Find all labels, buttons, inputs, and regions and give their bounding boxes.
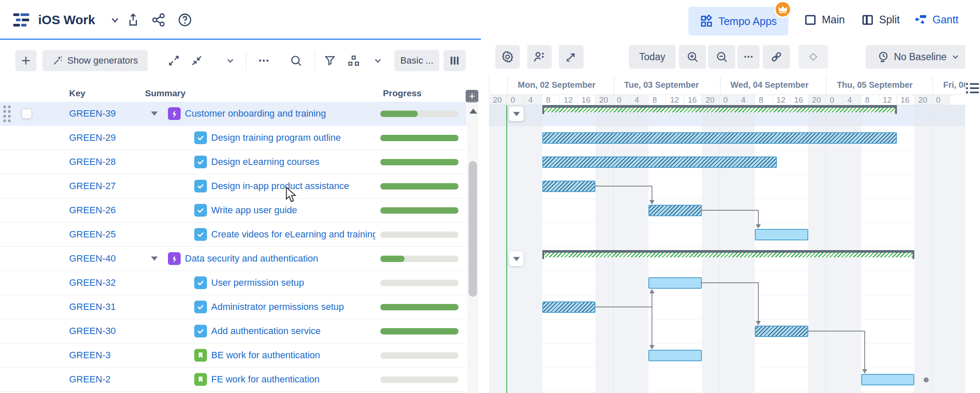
task-type-icon [194,319,207,343]
auto-schedule-button[interactable] [559,45,584,69]
table-row[interactable]: GREEN-31 Administrator permissions setup [0,295,466,319]
hour-header-cell: 0 [720,95,737,105]
table-row[interactable]: GREEN-27 Design in-app product assistanc… [0,174,466,198]
chevron-down-icon [373,56,383,66]
progress-bar [380,280,458,286]
row-key[interactable]: GREEN-31 [69,295,116,319]
structure-logo-icon [13,0,30,39]
view-selector-button[interactable]: Basic ... [394,50,439,71]
structure-title[interactable]: iOS Work [38,0,95,39]
baseline-selector[interactable]: No Baseline [866,45,972,69]
progress-bar [380,135,458,141]
table-row[interactable]: GREEN-30 Add authentication service [0,319,466,343]
group-dropdown[interactable] [368,50,388,71]
row-key[interactable]: GREEN-3 [69,343,111,367]
row-key[interactable]: GREEN-27 [69,174,116,198]
share-icon[interactable] [151,0,166,39]
row-key[interactable]: GREEN-26 [69,198,116,222]
day-header-cell: Fri, 06 September [933,76,965,95]
tab-split[interactable]: Split [861,0,900,39]
resources-button[interactable] [527,45,552,69]
scroll-up-arrow-icon[interactable] [469,109,477,114]
row-key[interactable]: GREEN-29 [69,126,116,150]
expand-all-button[interactable] [163,50,185,71]
row-summary[interactable]: Design eLearning courses [211,150,375,174]
task-type-icon [194,150,207,174]
tempo-apps-button[interactable]: Tempo Apps [688,7,788,36]
row-summary[interactable]: User permission setup [211,271,375,295]
task-type-icon [194,295,207,319]
hour-header-cell: 12 [879,95,897,105]
search-button[interactable] [285,50,307,71]
row-key[interactable]: GREEN-39 [69,102,116,125]
table-row[interactable]: GREEN-28 Design eLearning courses [0,150,466,174]
row-summary[interactable]: Add authentication service [211,319,375,343]
table-row[interactable]: GREEN-26 Write app user guide [0,198,466,223]
table-row[interactable]: GREEN-29 Design training program outline [0,126,466,150]
row-key[interactable]: GREEN-30 [69,319,116,343]
dependency-link-button[interactable] [763,45,790,69]
day-header-cell: Tue, 03 September [614,76,720,95]
search-icon [289,54,303,67]
today-button[interactable]: Today [629,45,676,69]
link-icon [770,50,783,64]
task-type-icon [194,174,207,198]
row-summary[interactable]: Create videos for eLearning and training [211,223,375,246]
row-summary[interactable]: Customer onboarding and training [185,102,375,125]
group-button[interactable] [343,50,365,71]
help-icon[interactable] [177,0,193,39]
day-header-cell: Thu, 05 September [826,76,933,95]
milestone-button[interactable] [799,45,828,69]
row-key[interactable]: GREEN-25 [69,223,116,246]
add-item-button[interactable] [15,50,36,71]
filter-button[interactable] [319,50,341,71]
tab-gantt[interactable]: Gantt [914,0,958,39]
row-checkbox[interactable] [21,102,32,125]
hour-header-cell: 4 [631,95,649,105]
row-summary[interactable]: Data security and authentication [185,247,375,270]
column-header-summary[interactable]: Summary [145,88,186,98]
table-scrollbar-thumb[interactable] [469,161,477,297]
task-type-icon [194,198,207,222]
row-summary[interactable]: Administrator permissions setup [211,295,375,319]
row-key[interactable]: GREEN-40 [69,247,116,270]
row-key[interactable]: GREEN-32 [69,271,116,295]
show-generators-button[interactable]: Show generators [42,50,148,71]
zoom-in-button[interactable] [679,45,706,69]
table-row[interactable]: GREEN-2 FE work for authentication [0,368,466,392]
tab-main[interactable]: Main [804,0,845,39]
collapse-all-button[interactable] [186,50,208,71]
timeline-day-header[interactable]: Mon, 02 SeptemberTue, 03 SeptemberWed, 0… [489,76,965,95]
progress-bar [380,231,458,238]
table-row[interactable]: GREEN-3 BE work for authentication [0,343,466,368]
row-summary[interactable]: Design training program outline [211,126,375,150]
zoom-out-button[interactable] [708,45,735,69]
collapse-caret-icon[interactable] [151,247,158,270]
gantt-chart-body[interactable] [489,105,965,393]
table-row[interactable]: GREEN-39 Customer onboarding and trainin… [0,102,466,126]
progress-bar [380,183,458,190]
row-list-icon[interactable] [965,81,980,95]
row-key[interactable]: GREEN-28 [69,150,116,174]
row-summary[interactable]: BE work for authentication [211,343,375,367]
column-header-key[interactable]: Key [69,88,86,98]
timeline-hour-header[interactable]: 200481216200481216200481216200481216200 [489,95,965,105]
gantt-more-button[interactable] [737,45,759,69]
columns-button[interactable] [444,50,466,71]
more-actions-button[interactable] [253,50,275,71]
row-key[interactable]: GREEN-2 [69,368,111,391]
row-summary[interactable]: FE work for authentication [211,368,375,391]
toolbar-separator [246,51,246,70]
table-row[interactable]: GREEN-32 User permission setup [0,271,466,295]
table-row[interactable]: GREEN-25 Create videos for eLearning and… [0,223,466,247]
column-header-progress[interactable]: Progress [383,88,422,98]
progress-bar [380,376,458,383]
drag-handle[interactable] [3,102,11,125]
add-column-button[interactable]: + [466,90,478,103]
export-icon[interactable] [126,0,141,39]
title-chevron-down-icon[interactable] [109,0,120,39]
table-row[interactable]: GREEN-40 Data security and authenticatio… [0,247,466,271]
collapse-caret-icon[interactable] [151,102,158,125]
gantt-settings-button[interactable] [495,45,520,69]
expand-level-dropdown[interactable] [221,50,240,71]
